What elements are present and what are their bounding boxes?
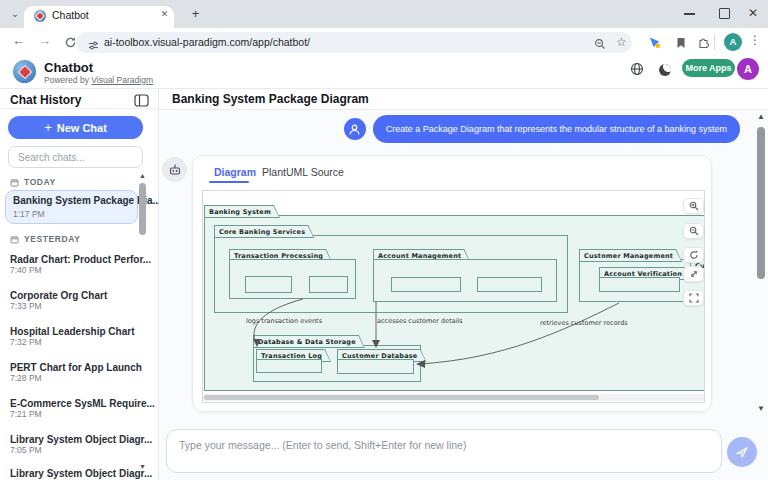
new-chat-label: New Chat: [57, 122, 107, 134]
language-globe-icon[interactable]: [630, 62, 644, 80]
chat-item-title: E-Commerce SysML Require...: [10, 398, 155, 409]
chat-history-item[interactable]: Library System Object Diagr...7:05 PM: [10, 434, 152, 455]
chat-item-title: Library System Object Diagr...: [10, 468, 152, 479]
fullscreen-button[interactable]: [683, 290, 704, 306]
window-maximize-button[interactable]: [719, 8, 730, 19]
reset-view-button[interactable]: [683, 247, 704, 263]
reload-icon[interactable]: [64, 35, 77, 53]
section-label: YESTERDAY: [24, 234, 81, 244]
page-title: Banking System Package Diagram: [172, 92, 369, 106]
user-message-avatar: [344, 118, 366, 140]
chat-history-item[interactable]: Radar Chart: Product Perfor...7:40 PM: [10, 254, 151, 275]
powered-by-text: Powered by Visual Paradigm: [44, 75, 153, 85]
sidebar-header-divider: [0, 108, 158, 109]
app-logo: [13, 60, 36, 83]
user-message-bubble: Create a Package Diagram that represents…: [373, 115, 740, 143]
chat-history-title: Chat History: [10, 93, 81, 107]
edge-label-accesses: accesses customer details: [377, 317, 463, 325]
chat-item-title: Library System Object Diagr...: [10, 434, 152, 445]
plus-icon: +: [44, 120, 52, 135]
extensions-puzzle-icon[interactable]: [697, 35, 710, 53]
tab-plantuml-source[interactable]: PlantUML Source: [262, 166, 344, 178]
calendar-icon: [10, 178, 19, 187]
tab-title: Chatbot: [52, 9, 89, 21]
browser-menu-icon[interactable]: ⋮: [749, 33, 761, 47]
robot-icon: [168, 163, 182, 177]
reset-icon: [689, 250, 699, 260]
zoom-level-icon[interactable]: [594, 36, 606, 54]
chat-history-item[interactable]: E-Commerce SysML Require...7:21 PM: [10, 398, 155, 419]
chat-item-title: Hospital Leadership Chart: [10, 326, 134, 337]
chat-item-time: 7:05 PM: [10, 445, 152, 455]
diagram-edges: [203, 191, 705, 402]
section-today: TODAY: [10, 177, 56, 187]
powered-by-link[interactable]: Visual Paradigm: [91, 75, 153, 85]
chat-item-time: 7:21 PM: [10, 409, 155, 419]
chat-history-item[interactable]: PERT Chart for App Launch7:28 PM: [10, 362, 142, 383]
chat-item-time: 7:33 PM: [10, 301, 107, 311]
message-input[interactable]: [166, 429, 722, 473]
bookmark-star-icon[interactable]: ☆: [616, 35, 627, 49]
section-label: TODAY: [24, 177, 56, 187]
forward-icon[interactable]: →: [38, 33, 51, 48]
send-plane-icon: [735, 445, 749, 459]
chat-item-time: 7:28 PM: [10, 373, 142, 383]
zoom-in-button[interactable]: [683, 198, 704, 214]
chat-history-item[interactable]: Corporate Org Chart7:33 PM: [10, 290, 107, 311]
extension-lens-icon[interactable]: [648, 35, 661, 53]
site-info-icon[interactable]: [88, 37, 99, 55]
dark-mode-moon-icon[interactable]: [659, 64, 671, 76]
new-chat-button[interactable]: +New Chat: [8, 116, 143, 139]
tab-search-chevron-icon[interactable]: ⌄: [7, 7, 23, 22]
search-chats-input[interactable]: [8, 146, 143, 168]
chat-item-title: Radar Chart: Product Perfor...: [10, 254, 151, 265]
browser-window: ⌄ Chatbot ✕ + ✕ ← → ai-toolbox.visual-pa…: [0, 0, 768, 480]
main-header-divider: [159, 109, 768, 110]
diagram-viewport[interactable]: Banking System Core Banking Services Tra…: [202, 190, 705, 403]
zoom-in-icon: [689, 201, 699, 211]
main-scroll-up-icon[interactable]: ▲: [757, 112, 765, 121]
assistant-avatar: [162, 157, 187, 182]
chat-item-title: Corporate Org Chart: [10, 290, 107, 301]
edge-label-logs: logs transaction events: [246, 317, 322, 325]
tab-active-underline: [209, 181, 249, 183]
browser-profile-avatar[interactable]: A: [724, 33, 742, 51]
user-avatar[interactable]: A: [737, 58, 759, 80]
new-tab-button[interactable]: +: [188, 7, 203, 22]
app-title: Chatbot: [44, 60, 93, 75]
sidebar-scroll-down-icon[interactable]: ▼: [139, 463, 146, 470]
powered-by-prefix: Powered by: [44, 75, 89, 85]
zoom-out-icon: [689, 226, 699, 236]
chat-history-item[interactable]: Hospital Leadership Chart7:32 PM: [10, 326, 134, 347]
expand-diagonal-icon: [689, 269, 699, 279]
chat-item-time: 7:32 PM: [10, 337, 134, 347]
main-scroll-down-icon[interactable]: ▼: [757, 404, 765, 413]
calendar-icon: [10, 235, 19, 244]
tab-favicon-icon: [34, 10, 46, 22]
chat-history-item[interactable]: Library System Object Diagr...: [10, 468, 152, 479]
more-apps-button[interactable]: More Apps: [682, 59, 735, 77]
send-button[interactable]: [727, 437, 757, 467]
sidebar-scroll-up-icon[interactable]: ▲: [139, 172, 146, 179]
diagram-hscrollbar-thumb[interactable]: [204, 395, 599, 400]
chat-item-title: PERT Chart for App Launch: [10, 362, 142, 373]
tab-close-icon[interactable]: ✕: [158, 8, 171, 21]
extension-bookmark-icon[interactable]: [675, 35, 687, 53]
browser-tab[interactable]: [24, 6, 174, 28]
chat-item-time: 1:17 PM: [13, 209, 45, 219]
url-text[interactable]: ai-toolbox.visual-paradigm.com/app/chatb…: [104, 36, 310, 48]
section-yesterday: YESTERDAY: [10, 234, 81, 244]
back-icon[interactable]: ←: [12, 33, 25, 48]
sidebar-scrollbar-thumb[interactable]: [139, 183, 146, 235]
zoom-out-button[interactable]: [683, 223, 704, 239]
window-minimize-button[interactable]: [684, 13, 695, 15]
main-scrollbar-thumb[interactable]: [757, 127, 765, 279]
edge-label-retrieves: retrieves customer records: [540, 319, 628, 327]
chat-item-time: 7:40 PM: [10, 265, 151, 275]
fit-to-screen-button[interactable]: [683, 266, 704, 282]
tab-diagram[interactable]: Diagram: [214, 166, 256, 178]
window-close-button[interactable]: ✕: [748, 6, 758, 20]
person-icon: [348, 123, 361, 136]
user-message-row: Create a Package Diagram that represents…: [344, 114, 740, 144]
fullscreen-icon: [689, 293, 699, 303]
